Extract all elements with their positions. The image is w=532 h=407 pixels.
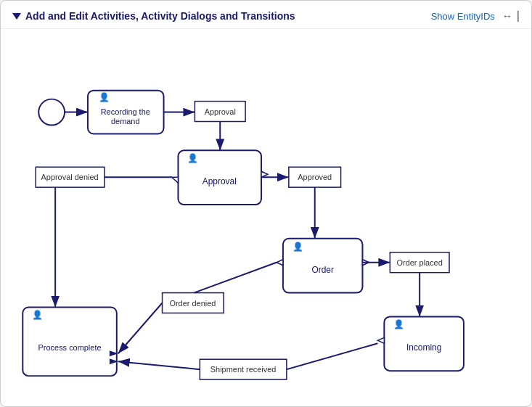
label-recording2: demand bbox=[111, 117, 140, 126]
expand-icon[interactable]: ↔ bbox=[502, 10, 512, 22]
user-icon-recording: 👤 bbox=[99, 91, 110, 102]
label-incoming: Incoming bbox=[406, 342, 441, 353]
label-order-placed: Order placed bbox=[397, 258, 443, 267]
diamond-order-left bbox=[277, 260, 283, 266]
label-shipment-received: Shipment received bbox=[210, 365, 277, 374]
label-approval-denied: Approval denied bbox=[41, 173, 99, 181]
header: Add and Edit Activities, Activity Dialog… bbox=[1, 1, 531, 29]
diamond-approval-left bbox=[172, 177, 179, 183]
start-node bbox=[38, 99, 65, 126]
menu-icon[interactable]: | bbox=[517, 9, 520, 22]
page-title: Add and Edit Activities, Activity Dialog… bbox=[25, 10, 295, 22]
label-order: Order bbox=[311, 265, 334, 275]
user-icon-process: 👤 bbox=[32, 309, 43, 320]
workflow-diagram: 👤 Recording the demand Approval 👤 Approv… bbox=[1, 29, 531, 400]
diagram-area: 👤 Recording the demand Approval 👤 Approv… bbox=[1, 29, 531, 400]
header-left: Add and Edit Activities, Activity Dialog… bbox=[12, 10, 295, 22]
header-right: Show EntityIDs ↔ | bbox=[431, 9, 520, 22]
label-process-complete: Process complete bbox=[38, 343, 102, 352]
label-order-denied: Order denied bbox=[169, 299, 216, 308]
header-tools: ↔ | bbox=[502, 9, 520, 22]
label-approved: Approved bbox=[298, 173, 332, 181]
user-icon-incoming: 👤 bbox=[393, 318, 404, 329]
arrow-order-denied-to-process bbox=[118, 303, 163, 354]
arrow-shipment-to-process bbox=[118, 361, 200, 369]
diamond-approval-right bbox=[261, 171, 268, 177]
user-icon-approval: 👤 bbox=[187, 152, 198, 163]
label-approval-act: Approval bbox=[202, 176, 237, 186]
arrow-incoming-to-shipment bbox=[287, 343, 378, 369]
collapse-icon[interactable] bbox=[12, 13, 21, 20]
diamond-incoming-left bbox=[377, 337, 384, 343]
main-container: Add and Edit Activities, Activity Dialog… bbox=[0, 0, 532, 407]
label-recording: Recording the bbox=[101, 107, 150, 116]
user-icon-order: 👤 bbox=[292, 241, 303, 252]
show-entity-ids-link[interactable]: Show EntityIDs bbox=[431, 11, 495, 22]
label-approval-trans1: Approval bbox=[205, 107, 236, 116]
